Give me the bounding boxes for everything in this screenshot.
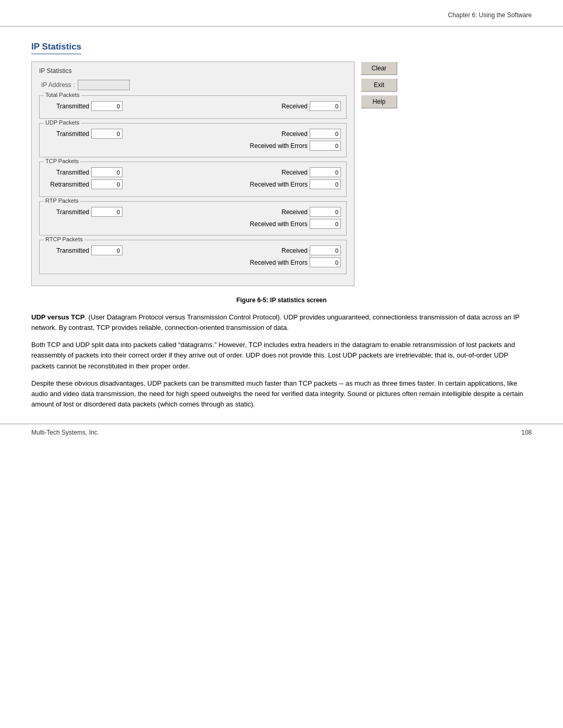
help-button[interactable]: Help [361,95,397,108]
footer-right: 108 [521,429,532,436]
udp-errors-input[interactable] [310,141,341,151]
total-received-label: Received [282,103,308,110]
section-title: IP Statistics [31,42,81,54]
paragraph-3: Despite these obvious disadvantages, UDP… [31,378,532,410]
rtp-packets-label: RTP Packets [44,198,80,204]
tcp-transmitted-input[interactable] [91,167,123,177]
tcp-received-label: Received [282,169,308,176]
rtcp-packets-row: Transmitted Received [45,245,341,255]
udp-transmitted-input[interactable] [91,129,123,139]
paragraph-1: UDP versus TCP. (User Datagram Protocol … [31,312,532,333]
rtcp-errors-input[interactable] [310,257,341,267]
tcp-packets-row: Transmitted Received [45,167,341,177]
rtcp-packets-label: RTCP Packets [44,236,84,242]
total-received-input[interactable] [310,101,341,111]
tcp-received-input[interactable] [310,167,341,177]
rtcp-errors-row: Received with Errors [45,257,341,267]
udp-received-input[interactable] [310,129,341,139]
rtp-received-input[interactable] [310,207,341,217]
chapter-header: Chapter 6: Using the Software [448,11,532,19]
udp-packets-label: UDP Packets [44,119,81,126]
rtcp-packets-group: RTCP Packets Transmitted Received Receiv… [39,240,347,274]
total-packets-row: Transmitted Received [45,101,341,111]
dialog-outer: IP Statistics IP Address : Total Packets… [31,61,532,286]
udp-packets-row: Transmitted Received [45,129,341,139]
tcp-retransmitted-input[interactable] [91,179,123,189]
rtp-errors-row: Received with Errors [45,219,341,229]
rtp-transmitted-label: Transmitted [45,208,89,216]
figure-caption: Figure 6-5: IP statistics screen [31,297,532,304]
ip-address-row: IP Address : [41,80,347,90]
footer-left: Multi-Tech Systems, Inc. [31,429,99,436]
total-packets-group: Total Packets Transmitted Received [39,95,347,119]
rtcp-transmitted-label: Transmitted [45,247,89,254]
ip-address-label: IP Address : [41,81,75,89]
rtp-received-label: Received [282,208,308,216]
rtcp-transmitted-input[interactable] [91,245,123,255]
rtcp-received-input[interactable] [310,245,341,255]
udp-errors-label: Received with Errors [250,142,308,150]
udp-packets-group: UDP Packets Transmitted Received Receive… [39,123,347,157]
paragraph-1-bold: UDP versus TCP [31,313,84,321]
rtp-errors-label: Received with Errors [250,220,308,228]
ip-statistics-dialog: IP Statistics IP Address : Total Packets… [31,61,354,286]
clear-button[interactable]: Clear [361,61,397,75]
rtcp-errors-label: Received with Errors [250,259,308,266]
total-transmitted-label: Transmitted [45,103,89,110]
rtp-packets-group: RTP Packets Transmitted Received Receive… [39,201,347,236]
dialog-title: IP Statistics [39,67,347,75]
udp-errors-row: Received with Errors [45,141,341,151]
dialog-buttons: Clear Exit Help [361,61,397,108]
tcp-errors-label: Received with Errors [250,181,308,188]
tcp-packets-label: TCP Packets [44,158,80,164]
paragraph-2: Both TCP and UDP split data into packets… [31,340,532,371]
total-transmitted-input[interactable] [91,101,123,111]
paragraph-1-text: . (User Datagram Protocol versus Transmi… [31,313,519,331]
tcp-transmitted-label: Transmitted [45,169,89,176]
tcp-errors-input[interactable] [310,179,341,189]
udp-transmitted-label: Transmitted [45,130,89,138]
total-packets-label: Total Packets [44,92,81,98]
exit-button[interactable]: Exit [361,78,397,92]
rtp-transmitted-input[interactable] [91,207,123,217]
tcp-retransmitted-label: Retransmitted [45,181,89,188]
rtp-packets-row: Transmitted Received [45,207,341,217]
tcp-packets-group: TCP Packets Transmitted Received [39,162,347,197]
udp-received-label: Received [282,130,308,138]
rtcp-received-label: Received [282,247,308,254]
tcp-retransmit-row: Retransmitted Received with Errors [45,179,341,189]
ip-address-input[interactable] [78,80,130,90]
rtp-errors-input[interactable] [310,219,341,229]
